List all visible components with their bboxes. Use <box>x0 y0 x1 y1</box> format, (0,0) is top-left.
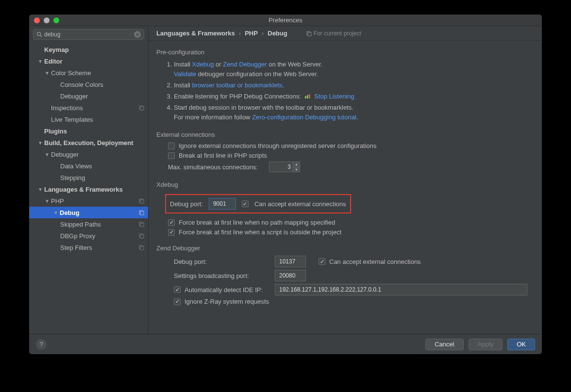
tree-php[interactable]: ▼PHP <box>29 195 148 207</box>
svg-rect-9 <box>140 223 144 227</box>
ok-button[interactable]: OK <box>507 339 535 350</box>
checkbox-ignore-ext[interactable] <box>168 143 175 149</box>
tree-plugins[interactable]: Plugins <box>29 125 148 137</box>
checkbox-xdebug-accept[interactable] <box>242 200 249 207</box>
tree-bed[interactable]: ▼Build, Execution, Deployment <box>29 137 148 148</box>
spin-down-icon[interactable]: ▼ <box>293 167 300 172</box>
svg-rect-11 <box>140 235 144 238</box>
zend-port-input[interactable] <box>275 256 306 267</box>
search-icon <box>36 32 42 37</box>
project-hint: For current project <box>306 30 361 37</box>
tree-debugger-colors[interactable]: Debugger <box>29 90 148 102</box>
svg-rect-3 <box>140 107 144 110</box>
link-xdebug[interactable]: Xdebug <box>192 61 214 68</box>
listen-icon <box>304 94 311 100</box>
project-scope-icon <box>138 245 144 250</box>
checkbox-force1[interactable] <box>168 219 175 226</box>
preconf-step-1: Install Xdebug or Zend Debugger on the W… <box>174 60 534 79</box>
svg-rect-7 <box>140 212 144 215</box>
row-ignore-ext[interactable]: Ignore external connections through unre… <box>168 142 534 149</box>
preconf-step-4: Start debug session in browser with the … <box>174 103 534 122</box>
xdebug-port-highlight: Debug port: Can accept external connecti… <box>165 194 351 213</box>
apply-button[interactable]: Apply <box>469 339 503 350</box>
zend-bcast-input[interactable] <box>275 270 306 281</box>
row-force1[interactable]: Force break at first line when no path m… <box>168 219 534 226</box>
settings-tree: Keymap ▼Editor ▼Color Scheme Console Col… <box>29 43 148 334</box>
clear-search-icon[interactable]: ✕ <box>134 31 141 38</box>
tree-console-colors[interactable]: Console Colors <box>29 79 148 90</box>
tree-stepping[interactable]: Stepping <box>29 172 148 183</box>
project-scope-icon <box>306 31 312 36</box>
sidebar: debug ✕ Keymap ▼Editor ▼Color Scheme Con… <box>29 26 149 334</box>
checkbox-auto-ip[interactable] <box>174 286 181 293</box>
project-scope-icon <box>138 105 144 111</box>
tree-debug[interactable]: ▼Debug <box>29 207 148 218</box>
row-zend-bcast: Settings broadcasting port: <box>174 270 534 281</box>
titlebar: Preferences <box>29 15 542 26</box>
svg-rect-15 <box>308 33 311 36</box>
footer: ? Cancel Apply OK <box>29 334 542 354</box>
tree-step-filters[interactable]: Step Filters <box>29 242 148 253</box>
tree-langfw[interactable]: ▼Languages & Frameworks <box>29 183 148 195</box>
tree-debugger[interactable]: ▼Debugger <box>29 148 148 160</box>
search-value: debug <box>44 31 134 38</box>
project-scope-icon <box>138 198 144 204</box>
ext-title: External connections <box>156 131 534 138</box>
preconf-list: Install Xdebug or Zend Debugger on the W… <box>156 60 534 122</box>
link-validate[interactable]: Validate <box>174 70 196 78</box>
tree-skipped-paths[interactable]: Skipped Paths <box>29 218 148 230</box>
checkbox-break-first[interactable] <box>168 152 175 159</box>
tree-live-templates[interactable]: Live Templates <box>29 114 148 125</box>
main-panel: Languages & Frameworks › PHP › Debug For… <box>149 26 542 334</box>
xdebug-port-input[interactable] <box>209 198 236 210</box>
ide-ip-input[interactable] <box>275 284 527 295</box>
svg-point-0 <box>37 33 41 36</box>
row-auto-ip: Automatically detect IDE IP: <box>174 284 534 295</box>
link-toolbar[interactable]: browser toolbar or bookmarklets <box>192 82 283 89</box>
tree-color-scheme[interactable]: ▼Color Scheme <box>29 67 148 79</box>
row-force2[interactable]: Force break at first line when a script … <box>168 229 534 236</box>
row-max-conn: Max. simultaneous connections: ▲▼ <box>168 162 534 172</box>
cancel-button[interactable]: Cancel <box>425 339 463 350</box>
crumb-b[interactable]: PHP <box>245 30 258 37</box>
svg-rect-17 <box>307 95 308 98</box>
checkbox-force2[interactable] <box>168 229 175 236</box>
tree-dbgp-proxy[interactable]: DBGp Proxy <box>29 230 148 242</box>
breadcrumb: Languages & Frameworks › PHP › Debug For… <box>149 26 542 41</box>
row-zend-port: Debug port: Can accept external connecti… <box>174 256 534 267</box>
zend-title: Zend Debugger <box>156 245 534 252</box>
tree-inspections[interactable]: Inspections <box>29 102 148 114</box>
spin-up-icon[interactable]: ▲ <box>293 162 300 167</box>
tree-editor[interactable]: ▼Editor <box>29 55 148 67</box>
window-title: Preferences <box>29 16 542 24</box>
tree-keymap[interactable]: Keymap <box>29 44 148 55</box>
row-break-first[interactable]: Break at first line in PHP scripts <box>168 152 534 159</box>
project-scope-icon <box>138 233 144 239</box>
preferences-window: Preferences debug ✕ Keymap ▼Editor ▼Colo… <box>29 15 542 354</box>
svg-line-1 <box>40 35 42 37</box>
content: Pre-configuration Install Xdebug or Zend… <box>149 41 542 334</box>
tree-data-views[interactable]: Data Views <box>29 160 148 172</box>
checkbox-zend-accept[interactable] <box>319 258 325 265</box>
svg-rect-16 <box>305 96 306 98</box>
svg-rect-18 <box>309 94 310 98</box>
crumb-c: Debug <box>268 30 287 37</box>
svg-rect-5 <box>140 200 144 203</box>
crumb-a[interactable]: Languages & Frameworks <box>156 30 235 37</box>
preconf-step-3: Enable listening for PHP Debug Connectio… <box>174 92 534 101</box>
row-zray[interactable]: Ignore Z-Ray system requests <box>174 298 534 305</box>
project-scope-icon <box>138 210 144 215</box>
checkbox-zray[interactable] <box>174 298 181 305</box>
preconf-step-2: Install browser toolbar or bookmarklets. <box>174 81 534 90</box>
preconf-title: Pre-configuration <box>156 49 534 56</box>
link-zend[interactable]: Zend Debugger <box>223 61 267 68</box>
project-scope-icon <box>138 221 144 227</box>
xdebug-title: Xdebug <box>156 181 534 188</box>
svg-rect-13 <box>140 246 144 250</box>
link-zero-conf[interactable]: Zero-configuration Debugging tutorial <box>252 114 356 121</box>
help-button[interactable]: ? <box>36 339 47 350</box>
search-input[interactable]: debug ✕ <box>33 29 144 40</box>
link-stop-listening[interactable]: Stop Listening <box>314 93 354 100</box>
